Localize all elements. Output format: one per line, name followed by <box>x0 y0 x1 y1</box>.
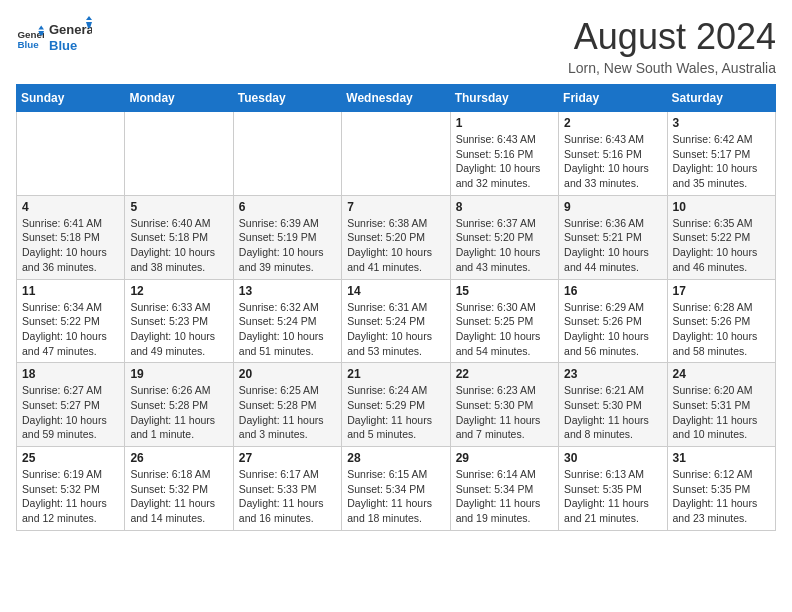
day-info: Sunrise: 6:18 AM Sunset: 5:32 PM Dayligh… <box>130 467 227 526</box>
day-info: Sunrise: 6:26 AM Sunset: 5:28 PM Dayligh… <box>130 383 227 442</box>
day-number: 18 <box>22 367 119 381</box>
calendar-cell: 15Sunrise: 6:30 AM Sunset: 5:25 PM Dayli… <box>450 279 558 363</box>
day-number: 20 <box>239 367 336 381</box>
day-info: Sunrise: 6:13 AM Sunset: 5:35 PM Dayligh… <box>564 467 661 526</box>
calendar-cell: 13Sunrise: 6:32 AM Sunset: 5:24 PM Dayli… <box>233 279 341 363</box>
day-number: 15 <box>456 284 553 298</box>
calendar-cell: 19Sunrise: 6:26 AM Sunset: 5:28 PM Dayli… <box>125 363 233 447</box>
day-number: 31 <box>673 451 770 465</box>
day-info: Sunrise: 6:27 AM Sunset: 5:27 PM Dayligh… <box>22 383 119 442</box>
calendar-cell: 11Sunrise: 6:34 AM Sunset: 5:22 PM Dayli… <box>17 279 125 363</box>
day-number: 14 <box>347 284 444 298</box>
day-number: 10 <box>673 200 770 214</box>
calendar-cell: 23Sunrise: 6:21 AM Sunset: 5:30 PM Dayli… <box>559 363 667 447</box>
day-info: Sunrise: 6:40 AM Sunset: 5:18 PM Dayligh… <box>130 216 227 275</box>
day-number: 8 <box>456 200 553 214</box>
calendar-cell: 14Sunrise: 6:31 AM Sunset: 5:24 PM Dayli… <box>342 279 450 363</box>
calendar-cell: 7Sunrise: 6:38 AM Sunset: 5:20 PM Daylig… <box>342 195 450 279</box>
day-info: Sunrise: 6:35 AM Sunset: 5:22 PM Dayligh… <box>673 216 770 275</box>
day-info: Sunrise: 6:14 AM Sunset: 5:34 PM Dayligh… <box>456 467 553 526</box>
day-number: 11 <box>22 284 119 298</box>
calendar-cell <box>342 112 450 196</box>
page-header: General Blue General Blue August 2024 Lo… <box>16 16 776 76</box>
col-friday: Friday <box>559 85 667 112</box>
calendar-cell: 18Sunrise: 6:27 AM Sunset: 5:27 PM Dayli… <box>17 363 125 447</box>
svg-marker-2 <box>38 25 44 29</box>
day-number: 19 <box>130 367 227 381</box>
day-number: 4 <box>22 200 119 214</box>
day-number: 1 <box>456 116 553 130</box>
day-info: Sunrise: 6:17 AM Sunset: 5:33 PM Dayligh… <box>239 467 336 526</box>
location-subtitle: Lorn, New South Wales, Australia <box>568 60 776 76</box>
calendar-cell: 8Sunrise: 6:37 AM Sunset: 5:20 PM Daylig… <box>450 195 558 279</box>
calendar-cell: 17Sunrise: 6:28 AM Sunset: 5:26 PM Dayli… <box>667 279 775 363</box>
day-info: Sunrise: 6:25 AM Sunset: 5:28 PM Dayligh… <box>239 383 336 442</box>
calendar-cell: 6Sunrise: 6:39 AM Sunset: 5:19 PM Daylig… <box>233 195 341 279</box>
calendar-cell <box>233 112 341 196</box>
day-number: 3 <box>673 116 770 130</box>
day-number: 7 <box>347 200 444 214</box>
calendar-cell: 21Sunrise: 6:24 AM Sunset: 5:29 PM Dayli… <box>342 363 450 447</box>
day-number: 29 <box>456 451 553 465</box>
calendar-cell: 4Sunrise: 6:41 AM Sunset: 5:18 PM Daylig… <box>17 195 125 279</box>
day-number: 6 <box>239 200 336 214</box>
col-sunday: Sunday <box>17 85 125 112</box>
day-info: Sunrise: 6:32 AM Sunset: 5:24 PM Dayligh… <box>239 300 336 359</box>
day-info: Sunrise: 6:33 AM Sunset: 5:23 PM Dayligh… <box>130 300 227 359</box>
calendar-cell <box>125 112 233 196</box>
day-info: Sunrise: 6:36 AM Sunset: 5:21 PM Dayligh… <box>564 216 661 275</box>
calendar-header-row: Sunday Monday Tuesday Wednesday Thursday… <box>17 85 776 112</box>
week-row-4: 18Sunrise: 6:27 AM Sunset: 5:27 PM Dayli… <box>17 363 776 447</box>
day-info: Sunrise: 6:21 AM Sunset: 5:30 PM Dayligh… <box>564 383 661 442</box>
general-blue-logo-svg: General Blue <box>48 16 92 60</box>
calendar-table: Sunday Monday Tuesday Wednesday Thursday… <box>16 84 776 531</box>
day-info: Sunrise: 6:34 AM Sunset: 5:22 PM Dayligh… <box>22 300 119 359</box>
calendar-cell: 26Sunrise: 6:18 AM Sunset: 5:32 PM Dayli… <box>125 447 233 531</box>
day-number: 24 <box>673 367 770 381</box>
calendar-cell: 22Sunrise: 6:23 AM Sunset: 5:30 PM Dayli… <box>450 363 558 447</box>
day-info: Sunrise: 6:42 AM Sunset: 5:17 PM Dayligh… <box>673 132 770 191</box>
calendar-cell: 28Sunrise: 6:15 AM Sunset: 5:34 PM Dayli… <box>342 447 450 531</box>
day-number: 2 <box>564 116 661 130</box>
day-number: 27 <box>239 451 336 465</box>
svg-marker-6 <box>86 16 92 20</box>
month-year-title: August 2024 <box>568 16 776 58</box>
svg-text:General: General <box>49 22 92 37</box>
svg-text:Blue: Blue <box>49 38 77 53</box>
day-number: 22 <box>456 367 553 381</box>
day-number: 5 <box>130 200 227 214</box>
calendar-cell: 16Sunrise: 6:29 AM Sunset: 5:26 PM Dayli… <box>559 279 667 363</box>
day-info: Sunrise: 6:38 AM Sunset: 5:20 PM Dayligh… <box>347 216 444 275</box>
day-info: Sunrise: 6:19 AM Sunset: 5:32 PM Dayligh… <box>22 467 119 526</box>
calendar-cell: 10Sunrise: 6:35 AM Sunset: 5:22 PM Dayli… <box>667 195 775 279</box>
day-info: Sunrise: 6:43 AM Sunset: 5:16 PM Dayligh… <box>456 132 553 191</box>
calendar-cell: 12Sunrise: 6:33 AM Sunset: 5:23 PM Dayli… <box>125 279 233 363</box>
col-wednesday: Wednesday <box>342 85 450 112</box>
logo-icon: General Blue <box>16 24 44 52</box>
calendar-cell: 3Sunrise: 6:42 AM Sunset: 5:17 PM Daylig… <box>667 112 775 196</box>
day-number: 13 <box>239 284 336 298</box>
day-info: Sunrise: 6:20 AM Sunset: 5:31 PM Dayligh… <box>673 383 770 442</box>
day-number: 23 <box>564 367 661 381</box>
day-info: Sunrise: 6:28 AM Sunset: 5:26 PM Dayligh… <box>673 300 770 359</box>
day-info: Sunrise: 6:24 AM Sunset: 5:29 PM Dayligh… <box>347 383 444 442</box>
col-saturday: Saturday <box>667 85 775 112</box>
col-thursday: Thursday <box>450 85 558 112</box>
calendar-cell: 9Sunrise: 6:36 AM Sunset: 5:21 PM Daylig… <box>559 195 667 279</box>
calendar-cell: 30Sunrise: 6:13 AM Sunset: 5:35 PM Dayli… <box>559 447 667 531</box>
day-number: 28 <box>347 451 444 465</box>
day-info: Sunrise: 6:31 AM Sunset: 5:24 PM Dayligh… <box>347 300 444 359</box>
title-area: August 2024 Lorn, New South Wales, Austr… <box>568 16 776 76</box>
calendar-cell: 29Sunrise: 6:14 AM Sunset: 5:34 PM Dayli… <box>450 447 558 531</box>
calendar-cell <box>17 112 125 196</box>
day-number: 26 <box>130 451 227 465</box>
day-number: 17 <box>673 284 770 298</box>
day-info: Sunrise: 6:23 AM Sunset: 5:30 PM Dayligh… <box>456 383 553 442</box>
day-info: Sunrise: 6:12 AM Sunset: 5:35 PM Dayligh… <box>673 467 770 526</box>
calendar-cell: 27Sunrise: 6:17 AM Sunset: 5:33 PM Dayli… <box>233 447 341 531</box>
week-row-1: 1Sunrise: 6:43 AM Sunset: 5:16 PM Daylig… <box>17 112 776 196</box>
calendar-cell: 24Sunrise: 6:20 AM Sunset: 5:31 PM Dayli… <box>667 363 775 447</box>
day-info: Sunrise: 6:39 AM Sunset: 5:19 PM Dayligh… <box>239 216 336 275</box>
week-row-3: 11Sunrise: 6:34 AM Sunset: 5:22 PM Dayli… <box>17 279 776 363</box>
col-monday: Monday <box>125 85 233 112</box>
